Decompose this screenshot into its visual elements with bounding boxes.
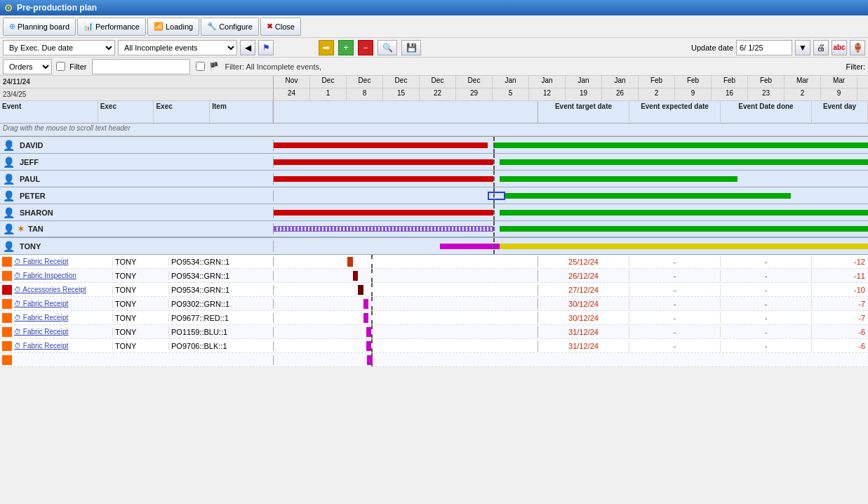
event-2-expected: - [629, 270, 721, 281]
event-days-header: Event day [812, 101, 868, 123]
event-1-target: 25/12/24 [538, 256, 629, 267]
event-7-days: -6 [812, 340, 868, 352]
sharon-chart [274, 204, 868, 220]
update-section: Update date ▼ 🖨 abc 🏺 [691, 40, 865, 55]
peter-dashed-line [493, 187, 495, 204]
planning-board-button[interactable]: ⊕ Planning board [3, 18, 76, 36]
event-5-exec: TONY [112, 314, 168, 322]
event-2-name[interactable]: ⏱ Fabric Inspection [14, 272, 112, 279]
group-row-tony[interactable]: 👤 TONY [0, 238, 868, 255]
peter-blue-marker [488, 192, 505, 200]
event-expected-header: Event expected date [629, 101, 721, 123]
event-target-header: Event target date [538, 101, 629, 123]
date-start-label: 24/11/24 [3, 78, 30, 86]
event-4-bar [363, 299, 369, 309]
performance-button[interactable]: 📊 Performance [77, 18, 146, 36]
david-dashed-line [493, 137, 495, 153]
filter-checkbox[interactable] [56, 62, 65, 71]
tony-name: TONY [17, 242, 41, 251]
event-4-dashed [371, 297, 373, 310]
event-4-name[interactable]: ⏱ Fabric Receipt [14, 300, 112, 307]
text-button[interactable]: abc [832, 40, 847, 55]
extra-button[interactable]: 🏺 [850, 40, 865, 55]
event-3-icon-square [2, 285, 12, 295]
month-nov: Nov [274, 76, 310, 88]
fixed-cols-days: 23/4/25 [0, 88, 274, 100]
close-button[interactable]: ✖ Close [260, 18, 301, 36]
event-5-done: - [721, 312, 812, 324]
david-person-icon: 👤 [0, 140, 17, 151]
event-row-4[interactable]: ⏱ Fabric Receipt TONY PO9302::GRN::1 30/… [0, 297, 868, 311]
month-jan4: Jan [602, 76, 639, 88]
add-button[interactable]: + [338, 40, 354, 55]
orders-select[interactable]: Orders [3, 59, 52, 74]
event-row-3[interactable]: ⏱ Accessories Receipt TONY PO9534::GRN::… [0, 283, 868, 297]
event-6-fixed: ⏱ Fabric Receipt TONY PO1159::BLU::1 [0, 327, 274, 337]
event-1-name[interactable]: ⏱ Fabric Receipt [14, 258, 112, 265]
active-filter-checkbox[interactable] [196, 62, 205, 71]
save-button[interactable]: 💾 [401, 40, 421, 55]
right-filter-label: Filter: [846, 62, 866, 71]
event-6-right: 31/12/24 - - -6 [538, 326, 868, 338]
event-row-7[interactable]: ⏱ Fabric Receipt TONY PO9706::BLK::1 31/… [0, 339, 868, 353]
configure-button[interactable]: 🔧 Configure [201, 18, 259, 36]
jeff-green-bar [500, 159, 868, 165]
orders-filter-input[interactable] [92, 59, 190, 74]
loading-button[interactable]: 📶 Loading [147, 18, 199, 36]
tony-person-icon: 👤 [0, 241, 17, 252]
event-6-name[interactable]: ⏱ Fabric Receipt [14, 328, 112, 336]
group-row-jeff[interactable]: 👤 JEFF [0, 154, 868, 171]
group-row-paul[interactable]: 👤 PAUL [0, 171, 868, 187]
filter-type-select[interactable]: All Incomplete events [118, 40, 237, 55]
group-row-peter[interactable]: 👤 PETER [0, 187, 868, 204]
group-row-david[interactable]: 👤 DAVID [0, 137, 868, 154]
jeff-fixed: 👤 JEFF [0, 157, 274, 168]
tan-dotted-bar [274, 226, 493, 232]
date-dropdown-button[interactable]: ▼ [795, 40, 810, 55]
print-button[interactable]: 🖨 [813, 40, 829, 55]
month-feb2: Feb [675, 76, 712, 88]
col-item-label: Item [210, 101, 273, 123]
event-2-right: 26/12/24 - - -11 [538, 270, 868, 281]
peter-fixed: 👤 PETER [0, 190, 274, 201]
back-arrow-button[interactable]: ◀ [240, 40, 255, 55]
event-row-6[interactable]: ⏱ Fabric Receipt TONY PO1159::BLU::1 31/… [0, 325, 868, 339]
gantt-body[interactable]: 👤 DAVID 👤 JEFF 👤 [0, 137, 868, 367]
event-1-expected: - [629, 256, 721, 267]
orders-bar: Orders Filter 🏴 Filter: All Incomplete e… [0, 58, 868, 76]
group-row-sharon[interactable]: 👤 SHARON [0, 204, 868, 221]
loading-icon: 📶 [154, 22, 163, 31]
flag-button[interactable]: ⚑ [258, 40, 274, 55]
event-7-name[interactable]: ⏱ Fabric Receipt [14, 342, 112, 350]
event-1-done: - [721, 256, 812, 267]
update-date-input[interactable] [736, 40, 792, 55]
event-3-name[interactable]: ⏱ Accessories Receipt [14, 286, 112, 293]
event-3-dashed [371, 283, 373, 296]
tan-star-icon: ✶ [17, 223, 25, 234]
event-5-chart [274, 311, 538, 324]
search-button[interactable]: 🔍 [378, 40, 397, 55]
tan-dashed-line [493, 221, 495, 237]
day-9b: 9 [821, 88, 857, 100]
remove-button[interactable]: − [358, 40, 373, 55]
event-row-2[interactable]: ⏱ Fabric Inspection TONY PO9534::GRN::1 … [0, 269, 868, 283]
window-title: Pre-production plan [17, 3, 97, 13]
event-row-5[interactable]: ⏱ Fabric Receipt TONY PO9677::RED::1 30/… [0, 311, 868, 325]
event-row-8-partial[interactable] [0, 353, 868, 367]
drag-hint: Drag with the mouse to scroll text heade… [0, 124, 868, 136]
active-filter-icon: 🏴 [209, 62, 219, 71]
day-9a: 9 [675, 88, 712, 100]
event-7-bar [366, 341, 372, 351]
month-feb1: Feb [639, 76, 675, 88]
group-row-tan[interactable]: 👤 ✶ TAN [0, 221, 868, 238]
forward-arrow-button[interactable]: ➡ [319, 40, 334, 55]
event-3-item: PO9534::GRN::1 [168, 286, 246, 294]
day-8: 8 [347, 88, 383, 100]
peter-name: PETER [17, 192, 46, 200]
event-5-name[interactable]: ⏱ Fabric Receipt [14, 314, 112, 321]
david-green-bar [493, 142, 868, 148]
jeff-chart [274, 154, 868, 170]
day-12: 12 [529, 88, 566, 100]
group-by-select[interactable]: By Exec. Due date [3, 40, 115, 55]
event-row-1[interactable]: ⏱ Fabric Receipt TONY PO9534::GRN::1 25/… [0, 255, 868, 269]
